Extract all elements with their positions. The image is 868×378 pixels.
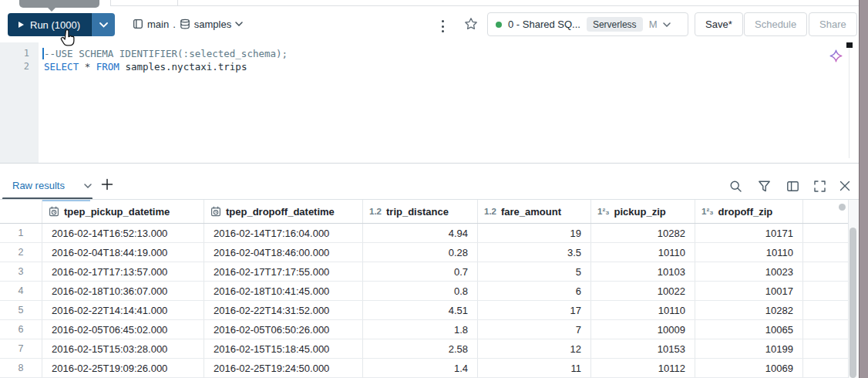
table-row[interactable]: 72016-02-15T15:03:28.0002016-02-15T15:18… [0, 339, 848, 359]
row-number[interactable]: 8 [0, 359, 42, 377]
cell-pickup_zip[interactable]: 10110 [591, 301, 695, 319]
run-options-dropdown[interactable] [91, 13, 115, 36]
add-result-tab-button[interactable] [101, 178, 113, 191]
cell-fare_amount[interactable]: 17 [478, 301, 591, 319]
cell-fare_amount[interactable]: 3.5 [478, 243, 591, 262]
table-row[interactable]: 22016-02-04T18:44:19.0002016-02-04T18:46… [0, 243, 848, 262]
cell-tpep_pickup_datetime[interactable]: 2016-02-14T16:52:13.000 [42, 224, 204, 242]
close-icon[interactable] [839, 180, 851, 192]
cell-pickup_zip[interactable]: 10022 [591, 282, 695, 300]
breadcrumb-schema[interactable]: samples [194, 19, 231, 30]
cell-dropoff_zip[interactable]: 10017 [695, 282, 803, 300]
layout-panel-icon[interactable] [786, 180, 799, 193]
cell-pickup_zip[interactable]: 10153 [591, 339, 695, 358]
cell-trip_distance[interactable]: 4.94 [363, 224, 478, 242]
table-row[interactable]: 32016-02-17T17:13:57.0002016-02-17T17:17… [0, 262, 848, 282]
filter-icon[interactable] [758, 180, 771, 193]
cell-tpep_pickup_datetime[interactable]: 2016-02-05T06:45:02.000 [42, 320, 204, 339]
cell-fare_amount[interactable]: 12 [478, 339, 591, 358]
fullscreen-icon[interactable] [813, 180, 826, 193]
cell-tpep_pickup_datetime[interactable]: 2016-02-17T17:13:57.000 [42, 262, 204, 281]
row-number[interactable]: 1 [0, 224, 42, 242]
header-cell-tpep_dropoff_datetime[interactable]: tpep_dropoff_datetime [204, 200, 363, 223]
row-number[interactable]: 2 [0, 243, 42, 262]
tab-raw-results[interactable]: Raw results [12, 180, 65, 191]
table-row[interactable]: 52016-02-22T14:14:41.0002016-02-22T14:31… [0, 301, 848, 320]
cell-tpep_dropoff_datetime[interactable]: 2016-02-25T19:24:50.000 [204, 359, 363, 377]
cell-tpep_dropoff_datetime[interactable]: 2016-02-14T17:16:04.000 [204, 224, 363, 242]
row-number[interactable]: 7 [0, 339, 42, 358]
cell-fare_amount[interactable]: 19 [478, 224, 591, 242]
cell-tpep_dropoff_datetime[interactable]: 2016-02-05T06:50:26.000 [204, 320, 363, 339]
row-number[interactable]: 6 [0, 320, 42, 339]
schedule-button[interactable]: Schedule [744, 12, 807, 36]
save-button[interactable]: Save* [695, 12, 743, 36]
code-editor[interactable]: --USE SCHEMA IDENTIFIER(:selected_schema… [44, 47, 288, 73]
cell-tpep_pickup_datetime[interactable]: 2016-02-15T15:03:28.000 [42, 339, 204, 358]
assistant-sparkle-icon[interactable] [829, 49, 843, 62]
table-row[interactable]: 82016-02-25T19:09:26.0002016-02-25T19:24… [0, 359, 848, 378]
share-button[interactable]: Share [809, 12, 857, 36]
run-button[interactable]: Run (1000) [8, 13, 91, 36]
cell-trip_distance[interactable]: 0.28 [363, 243, 478, 262]
cell-trip_distance[interactable]: 0.8 [363, 282, 478, 300]
more-options-kebab[interactable] [437, 19, 449, 34]
cell-dropoff_zip[interactable]: 10199 [695, 339, 803, 358]
code-line[interactable]: SELECT * FROM samples.nyctaxi.trips [44, 60, 288, 73]
cell-dropoff_zip[interactable]: 10065 [695, 320, 803, 339]
cell-tpep_dropoff_datetime[interactable]: 2016-02-04T18:46:00.000 [204, 243, 363, 262]
cell-dropoff_zip[interactable]: 10282 [695, 301, 803, 319]
table-scrollbar-thumb[interactable] [849, 228, 856, 378]
cell-tpep_dropoff_datetime[interactable]: 2016-02-18T10:41:45.000 [204, 282, 363, 300]
panel-divider[interactable] [0, 163, 859, 164]
cell-dropoff_zip[interactable]: 10069 [695, 359, 803, 377]
cell-fare_amount[interactable]: 11 [478, 359, 591, 377]
table-row[interactable]: 42016-02-18T10:36:07.0002016-02-18T10:41… [0, 282, 848, 301]
cell-trip_distance[interactable]: 2.58 [363, 339, 478, 358]
row-number[interactable]: 5 [0, 301, 42, 319]
cell-tpep_pickup_datetime[interactable]: 2016-02-18T10:36:07.000 [42, 282, 204, 300]
tab-chevron-down-icon[interactable] [84, 184, 92, 188]
table-scrollbar-handle[interactable] [839, 204, 846, 211]
table-row[interactable]: 62016-02-05T06:45:02.0002016-02-05T06:50… [0, 320, 848, 339]
cell-dropoff_zip[interactable]: 10171 [695, 224, 803, 242]
header-cell-fare_amount[interactable]: 1.2fare_amount [478, 200, 591, 223]
search-icon[interactable] [729, 180, 742, 193]
cell-trip_distance[interactable]: 1.8 [363, 320, 478, 339]
editor-scrollbar-thumb[interactable] [846, 42, 853, 48]
cell-fare_amount[interactable]: 7 [478, 320, 591, 339]
cell-pickup_zip[interactable]: 10282 [591, 224, 695, 242]
cell-pickup_zip[interactable]: 10110 [591, 243, 695, 262]
cell-fare_amount[interactable]: 5 [478, 262, 591, 281]
run-button-group[interactable]: Run (1000) [8, 13, 115, 36]
cell-fare_amount[interactable]: 6 [478, 282, 591, 300]
cell-pickup_zip[interactable]: 10009 [591, 320, 695, 339]
breadcrumb-catalog[interactable]: main [147, 19, 169, 30]
cell-dropoff_zip[interactable]: 10110 [695, 243, 803, 262]
catalog-icon [133, 19, 143, 29]
header-cell-dropoff_zip[interactable]: 1²₃dropoff_zip [695, 200, 803, 223]
cell-tpep_pickup_datetime[interactable]: 2016-02-25T19:09:26.000 [42, 359, 204, 377]
cell-dropoff_zip[interactable]: 10023 [695, 262, 803, 281]
cell-trip_distance[interactable]: 1.4 [363, 359, 478, 377]
cell-tpep_dropoff_datetime[interactable]: 2016-02-22T14:31:52.000 [204, 301, 363, 319]
row-number-header[interactable] [0, 200, 42, 223]
cell-trip_distance[interactable]: 4.51 [363, 301, 478, 319]
cell-tpep_dropoff_datetime[interactable]: 2016-02-17T17:17:55.000 [204, 262, 363, 281]
cell-tpep_dropoff_datetime[interactable]: 2016-02-15T15:18:45.000 [204, 339, 363, 358]
cell-pickup_zip[interactable]: 10103 [591, 262, 695, 281]
breadcrumb[interactable]: main . samples [133, 16, 243, 32]
header-cell-trip_distance[interactable]: 1.2trip_distance [363, 200, 478, 223]
cell-tpep_pickup_datetime[interactable]: 2016-02-04T18:44:19.000 [42, 243, 204, 262]
header-cell-pickup_zip[interactable]: 1²₃pickup_zip [591, 200, 695, 223]
compute-selector[interactable]: 0 - Shared SQ... Serverless M [487, 12, 688, 36]
cell-trip_distance[interactable]: 0.7 [363, 262, 478, 281]
row-number[interactable]: 4 [0, 282, 42, 300]
code-line[interactable]: --USE SCHEMA IDENTIFIER(:selected_schema… [44, 47, 288, 60]
cell-pickup_zip[interactable]: 10112 [591, 359, 695, 377]
favorite-star-icon[interactable] [464, 17, 478, 31]
cell-tpep_pickup_datetime[interactable]: 2016-02-22T14:14:41.000 [42, 301, 204, 319]
table-row[interactable]: 12016-02-14T16:52:13.0002016-02-14T17:16… [0, 224, 848, 243]
row-number[interactable]: 3 [0, 262, 42, 281]
header-cell-tpep_pickup_datetime[interactable]: tpep_pickup_datetime [42, 200, 204, 223]
